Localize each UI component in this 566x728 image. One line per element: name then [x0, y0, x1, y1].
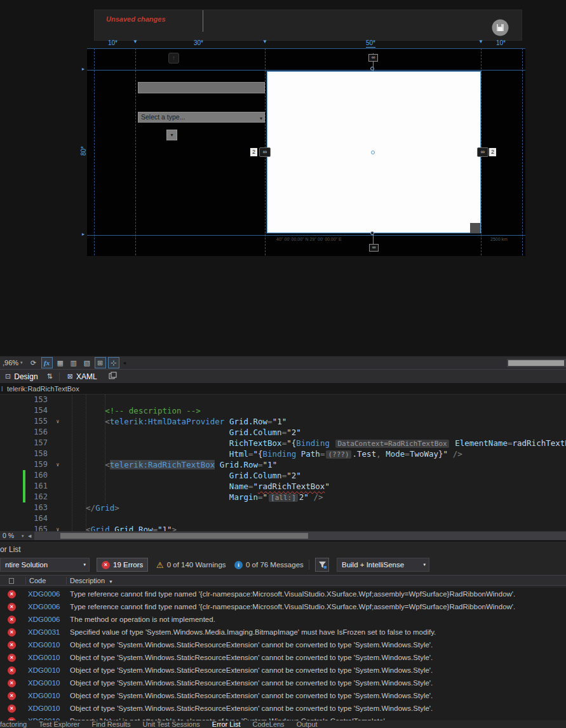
panel-tab-codelens[interactable]: CodeLens	[252, 720, 284, 728]
grid-row-size[interactable]: 80*	[80, 146, 87, 156]
design-combobox[interactable]: Select a type... ▾	[138, 112, 265, 123]
error-row[interactable]: ×XDG0010Object of type 'System.Windows.S…	[0, 664, 566, 677]
breadcrumb-current-element[interactable]: telerik:RadRichTextBox	[7, 383, 79, 394]
code-lines: 153154<!-- description -->155∨<telerik:H…	[0, 394, 566, 531]
chevron-down-icon[interactable]: ▾	[22, 531, 24, 541]
tab-design[interactable]: ⊡ Design	[0, 370, 43, 384]
popout-window-icon[interactable]	[109, 372, 117, 381]
panel-tab-test-explorer[interactable]: Test Explorer	[39, 720, 79, 728]
code-line[interactable]: 158Html="{Binding Path=(???).Test, Mode=…	[0, 448, 566, 459]
designer-hscrollbar-thumb[interactable]	[508, 360, 564, 366]
code-line[interactable]: 155∨<telerik:HtmlDataProvider Grid.Row="…	[0, 416, 566, 427]
designer-hscrollbar[interactable]	[507, 359, 566, 367]
collapse-arrow-icon[interactable]: ◂	[123, 360, 126, 366]
effects-fx-toggle[interactable]: fx	[41, 357, 53, 368]
row-divider-marker-icon[interactable]: ▸	[82, 66, 84, 72]
designer-zoom-combo[interactable]: ,96% ▾	[0, 356, 25, 370]
vs-window: Unsaved changes 10* 30* 50* 10* ▼ ▼ ▼ 80…	[0, 0, 566, 728]
messages-filter-button[interactable]: i 0 of 76 Messages	[234, 558, 304, 572]
error-list-header: Code Description▼	[0, 575, 566, 586]
column-divider[interactable]	[25, 577, 26, 584]
code-column-header[interactable]: Code	[29, 577, 46, 584]
xaml-code-editor[interactable]: 153154<!-- description -->155∨<telerik:H…	[0, 394, 566, 531]
code-line[interactable]: 161Name="radRichTextBox"	[0, 481, 566, 492]
grid-column-size-2[interactable]: 50*	[366, 39, 375, 48]
scope-filter-dropdown[interactable]: ntire Solution ▾	[0, 558, 90, 572]
design-canvas[interactable]: ↑ Select a type... ▾ ▾ ∞ ∞ ∞ 2 ∞ 2 4	[87, 48, 525, 256]
grid-column-size-3[interactable]: 10*	[496, 39, 506, 46]
top-margin-anchor-icon[interactable]: ∞	[368, 54, 378, 62]
panel-tab-error-list[interactable]: Error List	[212, 720, 241, 728]
error-row[interactable]: ×XDG0010Object of type 'System.Windows.S…	[0, 689, 566, 702]
map-scale-label: 2500 km	[490, 237, 508, 241]
code-line[interactable]: 157RichTextBox="{Binding DataContext=Rad…	[0, 438, 566, 448]
code-line[interactable]: 162Margin="[all:]2" />	[0, 492, 566, 502]
code-line[interactable]: 156Grid.Column="2"	[0, 427, 566, 438]
panel-tab-factoring[interactable]: factoring	[0, 720, 27, 728]
selected-radrichtextbox[interactable]	[267, 71, 481, 233]
grid-column-size-1[interactable]: 30*	[194, 39, 203, 46]
show-annotations-icon[interactable]: ▧	[81, 357, 93, 368]
fold-chevron-icon[interactable]: ∨	[53, 524, 62, 531]
right-margin-value[interactable]: 2	[489, 148, 496, 156]
error-row[interactable]: ×XDG0006Type reference cannot find type …	[0, 600, 566, 613]
editor-hscrollbar-row: 0 % ▾ ◀	[0, 531, 566, 541]
error-row[interactable]: ×XDG0006Type reference cannot find type …	[0, 588, 566, 600]
scroll-left-arrow-icon[interactable]: ◀	[28, 531, 31, 541]
snap-to-snaplines-toggle[interactable]: ⊹	[108, 357, 119, 368]
tab-xaml[interactable]: ⊠ XAML	[62, 370, 102, 384]
show-grid-icon[interactable]: ▦	[55, 357, 66, 368]
right-margin-chain-icon[interactable]: ∞	[477, 147, 489, 157]
description-column-header[interactable]: Description▼	[70, 577, 113, 584]
editor-zoom-value[interactable]: 0 %	[3, 531, 14, 541]
show-snap-grid-icon[interactable]: ▥	[68, 357, 79, 368]
panel-tab-unit-test-sessions[interactable]: Unit Test Sessions	[143, 720, 200, 728]
filter-button[interactable]	[315, 558, 329, 572]
source-filter-dropdown[interactable]: Build + IntelliSense ▾	[337, 558, 429, 572]
design-dropdown-button[interactable]: ▾	[166, 130, 177, 140]
column-divider-marker-icon[interactable]: ▼	[478, 39, 483, 44]
panel-tab-output[interactable]: Output	[297, 720, 318, 728]
hidden-toolbar-button[interactable]: ↑	[168, 53, 179, 64]
bottom-align-handle-icon[interactable]	[370, 231, 374, 235]
code-line[interactable]: 160Grid.Column="2"	[0, 470, 566, 481]
fold-chevron-icon[interactable]: ∨	[53, 416, 62, 427]
editor-breadcrumb[interactable]: l telerik:RadRichTextBox	[0, 383, 566, 394]
chevron-down-icon: ▾	[260, 114, 262, 123]
error-row[interactable]: ×XDG0010Object of type 'System.Windows.S…	[0, 702, 566, 715]
code-line[interactable]: 154<!-- description -->	[0, 405, 566, 416]
error-row[interactable]: ×XDG0031Specified value of type 'System.…	[0, 626, 566, 638]
error-row[interactable]: ×XDG0010Object of type 'System.Windows.S…	[0, 651, 566, 664]
swap-panes-icon[interactable]: ⇅	[43, 372, 57, 381]
scope-filter-value: ntire Solution	[5, 561, 48, 569]
design-textbox[interactable]	[138, 82, 265, 93]
errors-filter-button[interactable]: × 19 Errors	[97, 558, 148, 572]
left-margin-chain-icon[interactable]: ∞	[259, 147, 271, 157]
panel-tab-find-results[interactable]: Find Results	[91, 720, 130, 728]
editor-hscrollbar-thumb[interactable]	[60, 533, 308, 539]
snap-to-grid-toggle[interactable]: ⊞	[95, 357, 106, 368]
code-line[interactable]: 163</Grid>	[0, 502, 566, 513]
row-divider-marker-icon[interactable]: ▸	[82, 231, 84, 237]
bottom-margin-anchor-icon[interactable]: ∞	[369, 244, 379, 252]
center-handle-icon[interactable]	[371, 151, 375, 154]
code-line[interactable]: 165∨<Grid Grid.Row="1">	[0, 524, 566, 531]
code-line[interactable]: 159∨<telerik:RadRichTextBox Grid.Row="1"	[0, 459, 566, 470]
column-divider-marker-icon[interactable]: ▼	[133, 39, 138, 44]
error-row[interactable]: ×XDG0006The method or operation is not i…	[0, 613, 566, 626]
code-line[interactable]: 164	[0, 513, 566, 524]
refresh-preview-icon[interactable]: ⟳	[28, 357, 39, 368]
grid-column-size-0[interactable]: 10*	[108, 39, 118, 46]
column-divider-marker-icon[interactable]: ▼	[262, 39, 267, 44]
error-row[interactable]: ×XDG0010Object of type 'System.Windows.S…	[0, 638, 566, 651]
resize-grip[interactable]	[470, 223, 480, 233]
code-text: <telerik:RadRichTextBox Grid.Row="1"	[67, 459, 277, 470]
error-row[interactable]: ×XDG0010Object of type 'System.Windows.S…	[0, 677, 566, 689]
left-margin-value[interactable]: 2	[250, 148, 257, 156]
column-divider[interactable]	[66, 577, 67, 584]
severity-column-icon[interactable]	[9, 578, 14, 584]
warnings-filter-button[interactable]: ⚠ 0 of 140 Warnings	[156, 558, 226, 572]
top-align-handle-icon[interactable]	[370, 67, 374, 71]
code-line[interactable]: 153	[0, 394, 566, 405]
fold-chevron-icon[interactable]: ∨	[53, 459, 62, 470]
